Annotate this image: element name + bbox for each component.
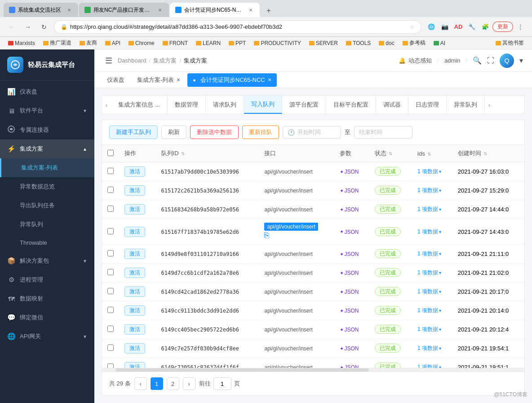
extension-btn[interactable]: 🔧 bbox=[466, 21, 478, 33]
section-tab-info[interactable]: 集成方案信息 ... bbox=[111, 96, 167, 113]
row-checkbox-6[interactable] bbox=[107, 288, 114, 294]
screenshot-btn[interactable]: 📷 bbox=[439, 21, 451, 33]
activate-button-1[interactable]: 激活 bbox=[124, 185, 145, 196]
menu-btn[interactable]: ⋮ bbox=[514, 21, 527, 33]
horizontal-scroll-thumb[interactable] bbox=[115, 368, 369, 372]
bookmark-ai[interactable]: AI bbox=[431, 39, 448, 47]
delete-selected-button[interactable]: 删除选中数据 bbox=[190, 125, 239, 139]
bookmark-ppt[interactable]: PPT bbox=[226, 39, 248, 47]
row-checkbox-7[interactable] bbox=[107, 307, 114, 313]
page-tab-detail[interactable]: ● 会计凭证同步NC65-NCC ✕ bbox=[187, 73, 276, 87]
tab-close-3[interactable]: ✕ bbox=[247, 6, 254, 13]
bookmark-tools[interactable]: TOOLS bbox=[343, 39, 373, 47]
sort-ids[interactable]: ⇅ bbox=[427, 152, 431, 157]
activate-button-9[interactable]: 激活 bbox=[124, 343, 145, 354]
page-goto-input[interactable] bbox=[213, 377, 231, 390]
bookmark-api[interactable]: API bbox=[102, 39, 123, 47]
page-tab-dashboard[interactable]: 仪表盘 bbox=[102, 73, 130, 87]
settings-icon[interactable]: ▾ bbox=[519, 56, 523, 65]
translate-btn[interactable]: 🌐 bbox=[425, 21, 438, 33]
activate-button-2[interactable]: 激活 bbox=[124, 204, 145, 215]
back-button[interactable]: ← bbox=[5, 21, 18, 33]
ids-link-6[interactable]: 1 项数据 ▾ bbox=[417, 288, 447, 296]
bookmark-productivity[interactable]: PRODUCTIVITY bbox=[251, 39, 303, 47]
copy-icon-3[interactable]: ⎘ bbox=[264, 231, 269, 240]
bookmark-promo[interactable]: 推广渠道 bbox=[40, 38, 74, 48]
row-checkbox-3[interactable] bbox=[107, 228, 114, 234]
admin-label[interactable]: admin bbox=[444, 57, 460, 64]
activate-button-8[interactable]: 激活 bbox=[124, 324, 145, 335]
bookmark-others[interactable]: 其他书签 bbox=[493, 38, 527, 48]
sidebar-item-dashboard[interactable]: 📊 仪表盘 bbox=[0, 82, 94, 101]
sidebar-item-process[interactable]: ⚙ 进程管理 bbox=[0, 270, 94, 289]
sort-created-time[interactable]: ⇅ bbox=[483, 151, 487, 156]
row-checkbox-10[interactable] bbox=[107, 363, 114, 368]
sidebar-item-integration[interactable]: ⚡ 集成方案 ▲ bbox=[0, 139, 94, 158]
row-checkbox-5[interactable] bbox=[107, 269, 114, 275]
sidebar-item-exception-queue[interactable]: 异常队列 bbox=[0, 215, 94, 234]
row-checkbox-8[interactable] bbox=[107, 326, 114, 332]
page-tab-detail-close[interactable]: ✕ bbox=[268, 77, 271, 82]
browser-tab-2[interactable]: 用友NC产品接口开发，通过轻易... ✕ bbox=[79, 3, 169, 17]
activate-button-4[interactable]: 激活 bbox=[124, 249, 145, 259]
row-checkbox-9[interactable] bbox=[107, 345, 114, 351]
section-tab-request-queue[interactable]: 请求队列 bbox=[206, 96, 244, 113]
tab-close-1[interactable]: ✕ bbox=[66, 6, 73, 13]
ids-link-10[interactable]: 1 项数据 ▾ bbox=[417, 363, 447, 368]
activate-button-5[interactable]: 激活 bbox=[124, 268, 145, 278]
ids-link-4[interactable]: 1 项数据 ▾ bbox=[417, 250, 447, 258]
dynamic-sense[interactable]: 🔔 动态感知 bbox=[399, 57, 432, 65]
new-manual-queue-button[interactable]: 新建手工队列 bbox=[109, 125, 158, 139]
bookmark-marxists[interactable]: Marxists bbox=[5, 39, 38, 47]
section-tab-next[interactable]: › bbox=[485, 97, 494, 113]
ids-link-1[interactable]: 1 项数据 ▾ bbox=[417, 187, 447, 194]
sidebar-item-exception-data[interactable]: 异常数据总览 bbox=[0, 177, 94, 196]
row-checkbox-1[interactable] bbox=[107, 187, 114, 193]
breadcrumb-dashboard[interactable]: Dashboard bbox=[118, 57, 146, 64]
select-all-checkbox[interactable] bbox=[107, 150, 114, 156]
ids-link-5[interactable]: 1 项数据 ▾ bbox=[417, 269, 447, 277]
resort-button[interactable]: 重新排队 bbox=[242, 125, 279, 139]
section-tab-write-queue[interactable]: 写入队列 bbox=[244, 96, 282, 114]
activate-button-6[interactable]: 激活 bbox=[124, 287, 145, 297]
activate-button-10[interactable]: 激活 bbox=[124, 362, 145, 368]
refresh-button[interactable]: 刷新 bbox=[161, 125, 186, 139]
bookmark-star[interactable]: ☆ bbox=[410, 24, 415, 30]
sidebar-item-software[interactable]: 🖥 软件平台 ▼ bbox=[0, 101, 94, 120]
activate-button-3[interactable]: 激活 bbox=[124, 227, 145, 237]
section-tab-debugger[interactable]: 调试器 bbox=[376, 96, 408, 113]
ids-link-0[interactable]: 1 项数据 ▾ bbox=[417, 168, 447, 175]
reload-button[interactable]: ↻ bbox=[38, 21, 50, 33]
page-tab-list[interactable]: 集成方案-列表 ✕ bbox=[132, 73, 186, 87]
next-page-button[interactable]: › bbox=[183, 377, 195, 390]
url-bar[interactable]: 🔒 https://pro.qiang.cloud/#/strategy/det… bbox=[54, 20, 421, 34]
sort-status[interactable]: ⇅ bbox=[389, 151, 392, 156]
sidebar-item-export-queue[interactable]: 导出队列任务 bbox=[0, 196, 94, 215]
ids-link-9[interactable]: 1 项数据 ▾ bbox=[417, 345, 447, 352]
ids-link-2[interactable]: 1 项数据 ▾ bbox=[417, 206, 447, 213]
menu-toggle[interactable]: ☰ bbox=[103, 54, 114, 67]
sidebar-item-api-gateway[interactable]: 🌐 API网关 ▼ bbox=[0, 327, 94, 346]
sidebar-item-connector[interactable]: 专属连接器 bbox=[0, 120, 94, 139]
row-checkbox-2[interactable] bbox=[107, 206, 114, 212]
bookmark-learn[interactable]: LEARN bbox=[193, 39, 223, 47]
section-tab-target-config[interactable]: 目标平台配置 bbox=[326, 96, 376, 113]
sidebar-item-throwable[interactable]: Throwable bbox=[0, 234, 94, 251]
extensions-btn[interactable]: 🧩 bbox=[479, 21, 492, 33]
bookmark-front[interactable]: FRONT bbox=[160, 39, 191, 47]
sidebar-item-solution[interactable]: 📦 解决方案包 ▼ bbox=[0, 251, 94, 270]
adblock-btn[interactable]: AD bbox=[452, 21, 465, 33]
forward-button[interactable]: → bbox=[22, 21, 34, 33]
breadcrumb-integration[interactable]: 集成方案 bbox=[153, 57, 177, 65]
ids-link-7[interactable]: 1 项数据 ▾ bbox=[417, 307, 447, 314]
bookmark-chrome[interactable]: Chrome bbox=[126, 39, 157, 47]
activate-button-7[interactable]: 激活 bbox=[124, 305, 145, 316]
ids-link-3[interactable]: 1 项数据 ▾ bbox=[417, 228, 447, 236]
sort-queue-id[interactable]: ⇅ bbox=[181, 151, 185, 156]
page-1-button[interactable]: 1 bbox=[151, 377, 163, 390]
new-tab-button[interactable]: + bbox=[262, 4, 275, 17]
page-tab-list-close[interactable]: ✕ bbox=[177, 77, 180, 82]
sidebar-item-data-mapping[interactable]: 🗺 数据映射 bbox=[0, 289, 94, 308]
activate-button-0[interactable]: 激活 bbox=[124, 166, 145, 177]
tab-close-2[interactable]: ✕ bbox=[156, 6, 164, 13]
